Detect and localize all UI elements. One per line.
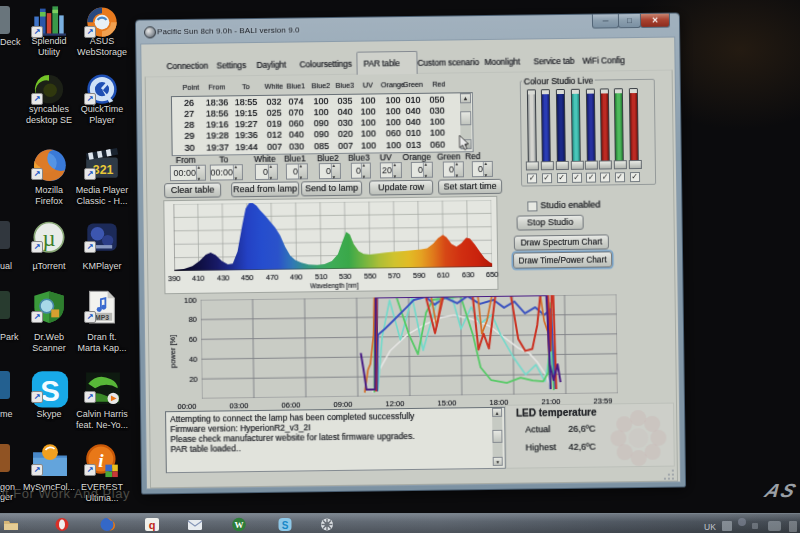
svg-text:i: i bbox=[98, 450, 104, 471]
svg-text:q: q bbox=[149, 519, 156, 531]
svg-text:S: S bbox=[282, 520, 289, 531]
svg-text:µ: µ bbox=[42, 226, 55, 251]
svg-text:W: W bbox=[235, 520, 244, 530]
svg-text:S: S bbox=[40, 374, 60, 407]
svg-text:MP3: MP3 bbox=[95, 314, 109, 321]
